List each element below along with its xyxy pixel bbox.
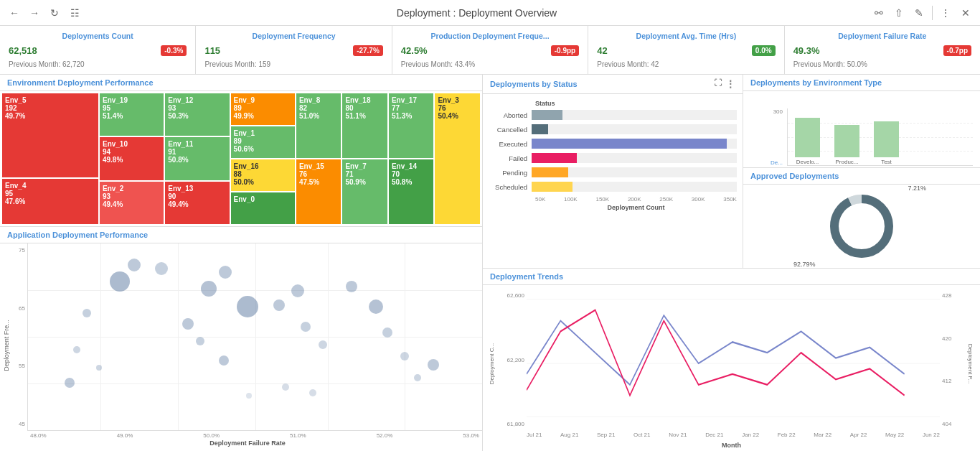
status-x-label: Deployment Count [489, 204, 737, 211]
trends-svg [527, 289, 940, 438]
refresh-icon[interactable]: ↻ [47, 6, 62, 20]
scatter-dot [219, 355, 229, 366]
x-tick: 250K [659, 196, 673, 203]
forward-icon[interactable]: → [27, 6, 42, 20]
scatter-dot [246, 393, 252, 399]
share-icon[interactable]: ⇧ [892, 6, 906, 20]
kpi-row: Deployments Count 62,518 -0.3% Previous … [0, 26, 980, 75]
donut-svg [826, 190, 897, 262]
status-fill-scheduled [532, 182, 573, 192]
header-nav-right: ⚯ ⇧ ✎ ⋮ ✕ [872, 6, 973, 20]
status-track-cancelled [532, 124, 737, 134]
env-y-tick-300: 300 [773, 108, 783, 115]
scatter-dot [83, 309, 91, 317]
treemap-cell-env7[interactable]: Env_7 71 50.9% [342, 159, 387, 224]
scatter-y-tick-55: 55 [19, 363, 25, 369]
treemap-cell-env13[interactable]: Env_13 90 49.4% [165, 182, 229, 224]
x-tick: Jan 22 [742, 432, 759, 438]
treemap-cell-env18[interactable]: Env_18 80 51.1% [342, 93, 387, 158]
back-icon[interactable]: ← [7, 6, 22, 20]
trends-chart: Jul 21 Aug 21 Sep 21 Oct 21 Nov 21 Dec 2… [527, 289, 940, 438]
status-row-aborted: Aborted [489, 110, 737, 120]
status-title: Deployments by Status [490, 80, 578, 88]
header: ← → ↻ ☷ Deployment : Deployment Overview… [0, 0, 980, 26]
trends-x-label: Month [483, 442, 980, 451]
kpi-prev-prod-freq: Previous Month: 43.4% [401, 60, 579, 68]
treemap-cell-env10[interactable]: Env_10 94 49.8% [100, 137, 164, 180]
status-track-scheduled [532, 182, 737, 192]
scatter-dot [400, 352, 409, 361]
treemap-cell-env9[interactable]: Env_9 89 49.9% [231, 93, 295, 125]
treemap-cell-env15[interactable]: Env_15 76 47.5% [296, 159, 341, 224]
treemap-cell-env12[interactable]: Env_12 93 50.3% [165, 93, 229, 136]
status-row-executed: Executed [489, 139, 737, 149]
trends-y-left-label: Deployment C... [489, 343, 496, 383]
expand-icon[interactable]: ⛶ [714, 78, 722, 90]
kpi-deployments-count: Deployments Count 62,518 -0.3% Previous … [0, 26, 196, 74]
kpi-value-row-prod-freq: 42.5% -0.9pp [401, 45, 579, 56]
trends-x-ticks: Jul 21 Aug 21 Sep 21 Oct 21 Nov 21 Dec 2… [527, 432, 940, 438]
status-fill-cancelled [532, 124, 548, 134]
treemap-cell-env5[interactable]: Env_5 192 49.7% [2, 93, 98, 177]
kpi-value-avg-time: 42 [597, 45, 607, 56]
treemap-cell-env0[interactable]: Env_0 [231, 192, 295, 224]
scatter-x-label: Deployment Failure Rate [13, 439, 482, 447]
status-fill-executed [532, 139, 727, 149]
env-bar-develop [795, 118, 820, 157]
scatter-y-label: Deployment Fre... [3, 320, 10, 371]
treemap-cell-env19[interactable]: Env_19 95 51.4% [100, 93, 164, 136]
scatter-header: Application Deployment Performance [0, 227, 482, 243]
y-tick: 62,200 [507, 357, 524, 363]
treemap-chart[interactable]: Env_5 192 49.7% Env_4 95 47.6% Env_19 95 [0, 91, 482, 226]
divider [932, 6, 933, 20]
status-x-ticks: 50K 100K 150K 200K 250K 300K 350K [489, 196, 737, 203]
env-y-tick-label: De... [771, 159, 783, 166]
list-icon[interactable]: ☷ [67, 6, 82, 20]
y-tick: 412 [942, 378, 951, 384]
scatter-dot [369, 299, 383, 314]
y-tick: 420 [942, 335, 951, 342]
status-row-failed: Failed [489, 153, 737, 163]
treemap-cell-env3[interactable]: Env_3 76 50.4% [435, 93, 480, 224]
x-tick: 100K [564, 196, 578, 203]
approved-header: Approved Deployments [743, 168, 980, 185]
treemap-cell-env1[interactable]: Env_1 89 50.6% [231, 126, 295, 158]
scatter-dot [110, 271, 130, 292]
kpi-frequency: Deployment Frequency 115 -27.7% Previous… [196, 26, 392, 74]
kpi-failure-rate: Deployment Failure Rate 49.3% -0.7pp Pre… [785, 26, 980, 74]
x-tick: Mar 22 [814, 432, 831, 438]
status-row-cancelled: Cancelled [489, 124, 737, 134]
treemap-cell-env11[interactable]: Env_11 91 50.8% [165, 137, 229, 180]
env-approved-panel: Deployments by Environment Type 300 De..… [743, 75, 980, 268]
edit-icon[interactable]: ✎ [912, 6, 926, 20]
treemap-cell-env17[interactable]: Env_17 77 51.3% [389, 93, 434, 158]
status-track-pending [532, 167, 737, 177]
x-tick: Nov 21 [669, 432, 687, 438]
treemap-section: Environment Deployment Performance Env_5… [0, 75, 482, 226]
more-icon[interactable]: ⋮ [725, 78, 735, 90]
trends-y-right-ticks: 428 420 412 404 [940, 289, 965, 438]
svg-point-1 [834, 199, 889, 254]
y-tick: 428 [942, 292, 951, 299]
close-icon[interactable]: ✕ [958, 6, 973, 20]
treemap-cell-env8[interactable]: Env_8 82 51.0% [296, 93, 341, 158]
status-label-aborted: Aborted [489, 111, 532, 119]
treemap-cell-env16[interactable]: Env_16 88 50.0% [231, 159, 295, 191]
kpi-value-count: 62,518 [9, 45, 37, 56]
status-label-executed: Executed [489, 140, 532, 148]
kpi-prev-freq: Previous Month: 159 [204, 60, 382, 68]
scatter-dot [273, 299, 285, 311]
treemap-cell-env4[interactable]: Env_4 95 47.6% [2, 179, 98, 224]
treemap-cell-env14[interactable]: Env_14 70 50.8% [389, 159, 434, 224]
x-tick: 300K [692, 196, 705, 203]
approved-label-no: 7.21% [908, 185, 926, 192]
scatter-dot [382, 327, 392, 338]
scatter-dot [65, 378, 75, 388]
x-tick: Feb 22 [778, 432, 796, 438]
upper-right: Deployments by Status ⛶ ⋮ Status Aborted [483, 75, 980, 269]
treemap-cell-env2[interactable]: Env_2 93 49.4% [100, 182, 164, 224]
more-icon[interactable]: ⋮ [938, 6, 953, 20]
x-tick: 50K [535, 196, 545, 203]
approved-title: Approved Deployments [750, 172, 839, 180]
filter-icon[interactable]: ⚯ [872, 6, 886, 20]
